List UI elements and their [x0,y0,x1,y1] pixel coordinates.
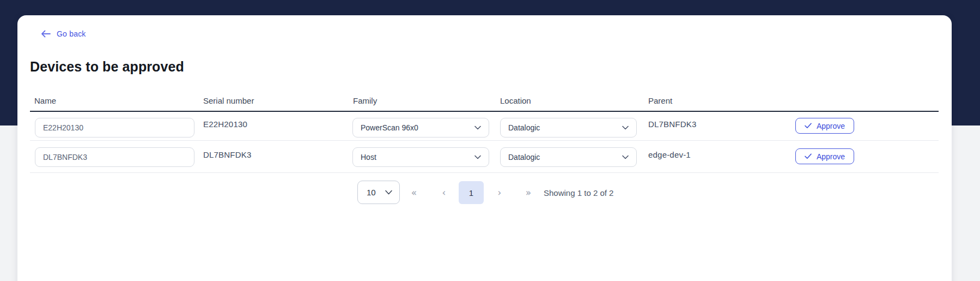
chevron-left-icon: ‹ [442,187,446,198]
location-select-value: Datalogic [508,153,540,162]
family-select[interactable]: Host [352,147,489,167]
location-select[interactable]: Datalogic [500,118,637,137]
arrow-left-icon [41,30,51,38]
column-header-family: Family [353,96,377,105]
serial-number-cell: E22H20130 [203,119,247,129]
approve-button[interactable]: Approve [795,148,854,164]
go-back-link[interactable]: Go back [41,29,86,38]
double-chevron-left-icon: « [411,187,417,198]
approve-button-label: Approve [817,122,845,130]
chevron-down-icon [622,125,629,130]
pagination-prev-button[interactable]: ‹ [437,186,451,200]
page-size-select[interactable]: 10 [357,181,400,204]
family-select-value: PowerScan 96x0 [361,123,418,132]
chevron-down-icon [474,125,481,130]
pagination-first-button[interactable]: « [407,186,421,200]
column-header-location: Location [500,96,531,105]
table-header-rule [30,111,939,112]
family-select-value: Host [361,153,376,162]
chevron-down-icon [385,190,392,195]
page-title: Devices to be approved [30,59,184,75]
pagination-last-button[interactable]: » [521,186,535,200]
double-chevron-right-icon: » [526,187,531,198]
pagination-next-button[interactable]: › [492,186,507,200]
row-divider [30,140,939,141]
parent-cell: edge-dev-1 [648,150,691,159]
column-header-name: Name [34,96,56,105]
go-back-label: Go back [57,29,86,38]
column-header-serial: Serial number [203,96,254,105]
name-input[interactable] [35,147,194,167]
location-select-value: Datalogic [508,123,540,132]
family-select[interactable]: PowerScan 96x0 [352,118,489,137]
approve-button[interactable]: Approve [795,118,854,134]
pagination-summary: Showing 1 to 2 of 2 [544,188,613,198]
check-icon [805,123,812,129]
location-select[interactable]: Datalogic [500,147,637,167]
name-input[interactable] [35,118,194,137]
chevron-down-icon [622,155,629,159]
column-header-parent: Parent [648,96,672,105]
chevron-down-icon [474,155,481,159]
approve-button-label: Approve [817,152,845,161]
page-size-value: 10 [367,188,376,197]
row-divider [30,172,939,173]
pagination-current-page[interactable]: 1 [459,181,484,204]
parent-cell: DL7BNFDK3 [648,119,697,129]
check-icon [805,153,812,159]
chevron-right-icon: › [498,187,502,198]
serial-number-cell: DL7BNFDK3 [203,150,252,159]
